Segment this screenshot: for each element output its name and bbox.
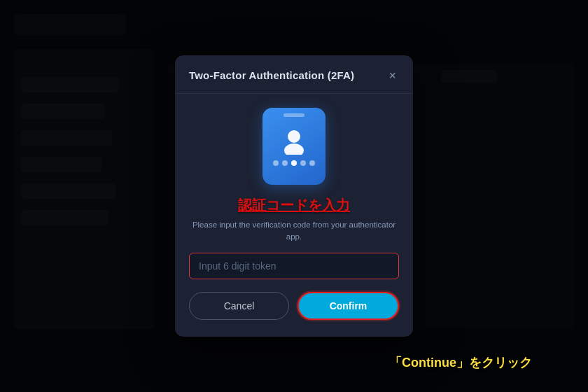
phone-dot-active xyxy=(291,160,297,166)
bottom-annotation-suffix: をクリック xyxy=(469,356,532,370)
phone-notch xyxy=(284,113,304,117)
phone-illustration xyxy=(262,108,326,185)
bottom-annotation-prefix: 「Continue」 xyxy=(389,356,469,370)
phone-dot xyxy=(309,160,315,166)
modal-body: 認証コードを入力 Please input the verification c… xyxy=(175,94,413,337)
svg-point-0 xyxy=(288,130,300,143)
phone-dots xyxy=(273,160,315,166)
tfa-modal: Two-Factor Authentication (2FA) × xyxy=(175,55,413,337)
instruction-text: Please input the verification code from … xyxy=(189,219,399,244)
modal-backdrop: Two-Factor Authentication (2FA) × xyxy=(0,0,588,392)
close-button[interactable]: × xyxy=(386,68,399,83)
person-svg-icon xyxy=(280,127,308,155)
phone-icon xyxy=(262,108,326,185)
phone-dot xyxy=(300,160,306,166)
token-input[interactable] xyxy=(189,253,399,279)
confirm-button[interactable]: Confirm xyxy=(298,292,399,320)
modal-footer: Cancel Confirm xyxy=(189,292,399,320)
modal-header: Two-Factor Authentication (2FA) × xyxy=(175,55,413,94)
japanese-annotation: 認証コードを入力 xyxy=(238,196,350,215)
cancel-button[interactable]: Cancel xyxy=(189,292,289,320)
svg-point-1 xyxy=(284,144,304,155)
bottom-annotation: 「Continue」をクリック xyxy=(389,354,532,371)
modal-title: Two-Factor Authentication (2FA) xyxy=(189,69,354,81)
phone-dot xyxy=(282,160,288,166)
phone-dot xyxy=(273,160,279,166)
